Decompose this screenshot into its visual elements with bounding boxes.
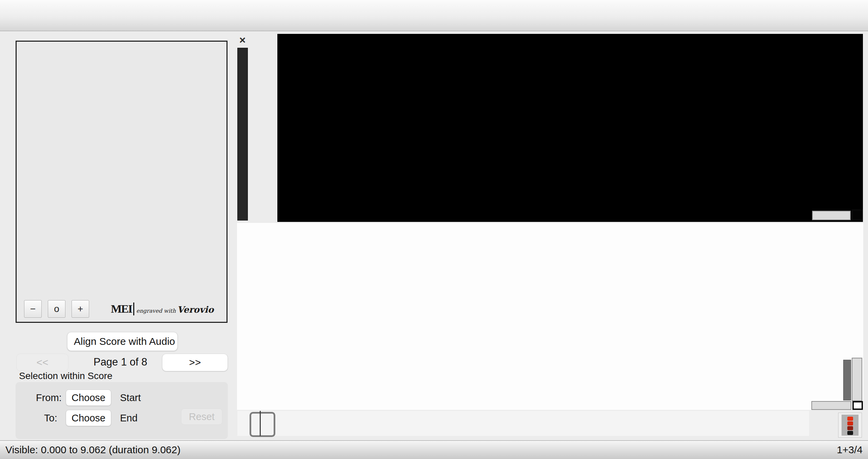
tempo-overview-box[interactable]: [852, 401, 863, 410]
to-label: To:: [44, 413, 57, 424]
overview-playhead[interactable]: [260, 411, 261, 436]
overview-visible-window[interactable]: [250, 412, 275, 437]
audio-overview-strip[interactable]: [237, 411, 809, 436]
spectrogram-view[interactable]: [277, 34, 863, 222]
mei-verovio-logo: MEI engraved with Verovio: [111, 302, 214, 315]
frequency-ruler[interactable]: [250, 34, 277, 222]
level-meter-display: [842, 415, 859, 436]
selection-reset-button[interactable]: Reset: [181, 409, 222, 425]
tempo-pane-scroll-thumb[interactable]: [843, 360, 851, 400]
meter-led-1: [847, 417, 853, 421]
score-zoom-controls: − o + MEI engraved with Verovio: [17, 298, 226, 320]
score-zoom-in-button[interactable]: +: [72, 300, 89, 318]
verovio-text: Verovio: [177, 305, 214, 315]
status-bar: Visible: 0.000 to 9.062 (duration 9.062)…: [0, 440, 868, 459]
selection-within-score-group: From: Choose Start To: Choose End Reset: [16, 382, 228, 439]
meter-led-4: [847, 431, 853, 435]
score-canvas[interactable]: [17, 42, 226, 299]
mei-logo-text: MEI: [111, 302, 134, 315]
to-value: End: [120, 413, 138, 424]
tempo-waveform-plot[interactable]: [237, 223, 863, 410]
status-musical-time: 1+3/4: [837, 444, 863, 456]
meter-led-2: [847, 421, 853, 425]
application-window: − o + MEI engraved with Verovio Align Sc…: [0, 0, 868, 459]
from-value: Start: [120, 392, 141, 403]
spectrogram-close-button[interactable]: ×: [236, 34, 249, 46]
tempo-vertical-zoom-wheel[interactable]: [852, 358, 862, 401]
tempo-waveform-pane[interactable]: [237, 223, 863, 410]
to-choose-button[interactable]: Choose: [66, 410, 111, 426]
page-next-button[interactable]: >>: [162, 354, 228, 371]
page-indicator: Page 1 of 8: [78, 354, 163, 371]
align-button-label: Align Score with Audio: [74, 336, 175, 347]
meter-led-3: [847, 426, 853, 430]
spectrogram-overview-box[interactable]: [852, 209, 863, 221]
from-label: From:: [36, 392, 62, 403]
selection-within-score-title: Selection within Score: [19, 371, 112, 381]
spectrogram-zoom-wheel[interactable]: [812, 211, 851, 220]
toolbar: [0, 0, 868, 31]
score-zoom-reset-button[interactable]: o: [48, 300, 65, 318]
spectrogram-left-scrollstrip[interactable]: [237, 48, 248, 221]
tempo-zoom-wheel[interactable]: [811, 401, 851, 410]
volume-knob[interactable]: [808, 411, 837, 440]
align-score-with-audio-button[interactable]: Align Score with Audio: [67, 332, 178, 351]
status-visible-range: Visible: 0.000 to 9.062 (duration 9.062): [5, 444, 180, 456]
level-meter: [838, 413, 862, 438]
score-panel[interactable]: − o + MEI engraved with Verovio: [16, 41, 228, 323]
engraved-with-text: engraved with: [136, 308, 176, 314]
score-zoom-out-button[interactable]: −: [24, 300, 42, 318]
page-previous-button[interactable]: <<: [16, 354, 68, 371]
spectrogram-image[interactable]: [277, 34, 863, 222]
overview-waveform: [237, 411, 809, 436]
from-choose-button[interactable]: Choose: [66, 390, 111, 406]
